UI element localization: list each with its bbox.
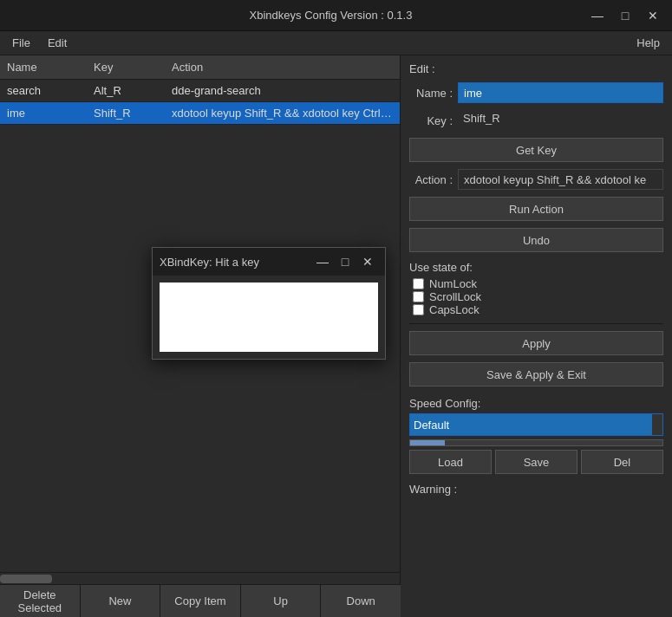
new-button[interactable]: New xyxy=(81,585,161,617)
delete-selected-button[interactable]: Delete Selected xyxy=(0,585,81,617)
table-header: Name Key Action xyxy=(0,55,400,80)
title-bar-controls: — □ ✕ xyxy=(585,5,665,26)
close-button[interactable]: ✕ xyxy=(641,5,665,26)
key-value: Shift_R xyxy=(458,110,663,131)
cell-key-0: Alt_R xyxy=(87,82,165,99)
table-row[interactable]: search Alt_R dde-grand-search xyxy=(0,80,400,102)
col-header-action: Action xyxy=(165,57,400,77)
modal-dialog: XBindKey: Hit a key — □ ✕ xyxy=(152,247,386,360)
menu-file[interactable]: File xyxy=(3,33,39,53)
use-state-section: Use state of: NumLock ScrollLock CapsLoc… xyxy=(409,261,663,316)
modal-maximize-button[interactable]: □ xyxy=(335,252,356,271)
modal-minimize-button[interactable]: — xyxy=(312,252,333,271)
window-title: Xbindkeys Config Version : 0.1.3 xyxy=(76,9,585,22)
save-apply-exit-button[interactable]: Save & Apply & Exit xyxy=(409,362,663,386)
load-button[interactable]: Load xyxy=(409,450,492,474)
warning-label: Warning : xyxy=(409,483,457,496)
speed-config-selected: Default xyxy=(414,419,449,432)
speed-progress-bar xyxy=(409,439,663,446)
scrolllock-label: ScrollLock xyxy=(429,290,481,303)
speed-buttons: Load Save Del xyxy=(409,450,663,474)
action-field-row: Action : xyxy=(409,169,663,190)
title-bar: Xbindkeys Config Version : 0.1.3 — □ ✕ xyxy=(0,0,672,31)
numlock-label: NumLock xyxy=(429,277,477,290)
modal-title: XBindKey: Hit a key xyxy=(160,256,259,269)
cell-key-1: Shift_R xyxy=(87,105,165,121)
undo-button[interactable]: Undo xyxy=(409,228,663,252)
modal-controls: — □ ✕ xyxy=(312,252,378,271)
col-header-name: Name xyxy=(0,57,87,77)
speed-config-section: Speed Config: Default Load Save Del xyxy=(409,397,663,474)
modal-close-button[interactable]: ✕ xyxy=(357,252,378,271)
name-label: Name : xyxy=(409,87,453,100)
up-button[interactable]: Up xyxy=(241,585,322,617)
scrolllock-checkbox[interactable] xyxy=(413,291,424,302)
speed-list-scrollbar[interactable] xyxy=(652,414,662,435)
name-field-row: Name : xyxy=(409,82,663,103)
table-row[interactable]: ime Shift_R xdotool keyup Shift_R && xdo… xyxy=(0,102,400,125)
down-button[interactable]: Down xyxy=(321,585,401,617)
menu-bar: File Edit Help xyxy=(0,31,672,55)
menu-help[interactable]: Help xyxy=(628,33,669,53)
capslock-checkbox[interactable] xyxy=(413,304,424,315)
capslock-label: CapsLock xyxy=(429,303,480,316)
use-state-title: Use state of: xyxy=(409,261,663,274)
menu-edit[interactable]: Edit xyxy=(39,33,75,53)
cell-name-1: ime xyxy=(0,105,87,121)
action-label: Action : xyxy=(409,173,453,186)
action-input[interactable] xyxy=(458,169,663,190)
key-label: Key : xyxy=(409,114,453,127)
numlock-row: NumLock xyxy=(413,277,663,290)
modal-title-bar: XBindKey: Hit a key — □ ✕ xyxy=(153,248,385,276)
right-panel: Edit : Name : Key : Shift_R Get Key Acti… xyxy=(401,55,672,584)
key-field-row: Key : Shift_R xyxy=(409,110,663,131)
edit-section-title: Edit : xyxy=(409,62,663,75)
save-config-button[interactable]: Save xyxy=(495,450,577,474)
scrollbar-thumb xyxy=(0,575,52,583)
bottom-bar: Delete Selected New Copy Item Up Down xyxy=(0,584,401,617)
warning-row: Warning : xyxy=(409,483,663,496)
modal-body xyxy=(160,283,378,352)
speed-config-list[interactable]: Default xyxy=(409,413,663,436)
del-button[interactable]: Del xyxy=(581,450,663,474)
run-action-button[interactable]: Run Action xyxy=(409,197,663,221)
cell-name-0: search xyxy=(0,82,87,99)
scrolllock-row: ScrollLock xyxy=(413,290,663,303)
get-key-button[interactable]: Get Key xyxy=(409,138,663,162)
divider-1 xyxy=(409,323,663,324)
speed-progress-fill xyxy=(410,440,445,445)
capslock-row: CapsLock xyxy=(413,303,663,316)
col-header-key: Key xyxy=(87,57,165,77)
speed-config-title: Speed Config: xyxy=(409,397,663,410)
cell-action-0: dde-grand-search xyxy=(165,82,400,99)
apply-button[interactable]: Apply xyxy=(409,331,663,355)
maximize-button[interactable]: □ xyxy=(613,5,637,26)
minimize-button[interactable]: — xyxy=(585,5,610,26)
name-input[interactable] xyxy=(458,82,663,103)
horizontal-scrollbar[interactable] xyxy=(0,572,400,584)
cell-action-1: xdotool keyup Shift_R && xdotool key Ctr… xyxy=(165,105,400,121)
copy-item-button[interactable]: Copy Item xyxy=(160,585,241,617)
numlock-checkbox[interactable] xyxy=(413,278,424,289)
